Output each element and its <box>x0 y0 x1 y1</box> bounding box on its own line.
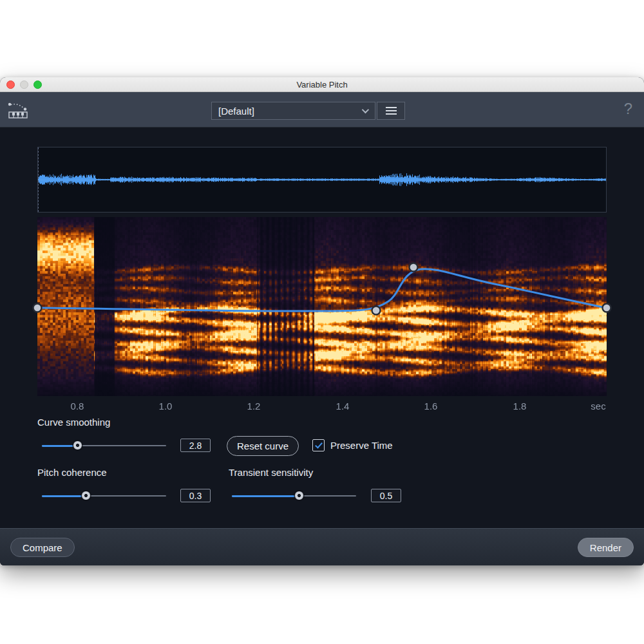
preserve-time-control[interactable]: Preserve Time <box>312 439 393 451</box>
transient-sensitivity-slider[interactable] <box>232 491 356 501</box>
pitch-coherence-value[interactable]: 0.3 <box>180 489 211 502</box>
pitch-curve-point[interactable] <box>372 307 381 315</box>
pitch-curve[interactable] <box>37 269 607 312</box>
transient-sensitivity-value[interactable]: 0.5 <box>371 489 401 502</box>
time-tick-label: 1.6 <box>424 401 438 412</box>
curve-smoothing-label: Curve smoothing <box>37 417 110 428</box>
preserve-time-checkbox[interactable] <box>312 439 325 451</box>
preserve-time-label: Preserve Time <box>330 440 393 451</box>
chevron-down-icon <box>362 106 369 113</box>
preset-dropdown[interactable]: [Default] <box>211 102 375 120</box>
preset-value: [Default] <box>218 106 362 117</box>
time-axis: 0.8 1.0 1.2 1.4 1.6 1.8 sec <box>37 399 607 413</box>
compare-button[interactable]: Compare <box>10 538 75 557</box>
hamburger-icon <box>386 107 397 115</box>
waveform-canvas <box>38 147 606 212</box>
pitch-coherence-label: Pitch coherence <box>37 467 107 478</box>
slider-thumb[interactable] <box>73 440 82 450</box>
checkmark-icon <box>315 440 323 448</box>
reset-curve-button[interactable]: Reset curve <box>227 436 299 456</box>
slider-fill <box>42 445 77 447</box>
variable-pitch-module-icon <box>7 100 29 122</box>
time-tick-label: 1.4 <box>336 401 350 412</box>
editor-area: 0.8 1.0 1.2 1.4 1.6 1.8 sec Curve smooth… <box>0 128 644 528</box>
slider-thumb[interactable] <box>294 491 304 500</box>
window-title: Variable Pitch <box>0 77 644 92</box>
pitch-coherence-slider[interactable] <box>42 491 166 501</box>
pitch-curve-point[interactable] <box>410 263 418 272</box>
variable-pitch-window: Variable Pitch [Default] <box>0 77 644 565</box>
spectrogram-panel[interactable] <box>37 217 607 396</box>
slider-thumb[interactable] <box>81 491 91 500</box>
pitch-curve-point[interactable] <box>603 304 611 312</box>
curve-smoothing-value[interactable]: 2.8 <box>180 439 211 452</box>
time-tick-label: 1.2 <box>247 401 261 412</box>
footer-bar: Compare Render <box>0 528 644 565</box>
titlebar[interactable]: Variable Pitch <box>0 77 644 92</box>
preset-group: [Default] <box>211 102 405 120</box>
time-tick-label: 0.8 <box>71 401 84 412</box>
curve-smoothing-slider[interactable] <box>42 440 166 451</box>
slider-fill <box>42 495 86 497</box>
preset-menu-button[interactable] <box>377 102 405 120</box>
slider-fill <box>232 495 299 497</box>
time-tick-label: 1.8 <box>513 401 527 412</box>
pitch-curve-point[interactable] <box>33 304 42 312</box>
pitch-curve-overlay <box>37 217 607 396</box>
waveform-panel[interactable] <box>37 147 607 213</box>
time-tick-label: 1.0 <box>159 401 173 412</box>
time-axis-unit: sec <box>591 401 605 412</box>
help-icon[interactable]: ? <box>624 100 632 118</box>
selection-start-line <box>38 147 39 212</box>
toolbar: [Default] ? <box>0 92 644 128</box>
transient-sensitivity-label: Transient sensitivity <box>229 467 313 478</box>
render-button[interactable]: Render <box>578 538 634 557</box>
